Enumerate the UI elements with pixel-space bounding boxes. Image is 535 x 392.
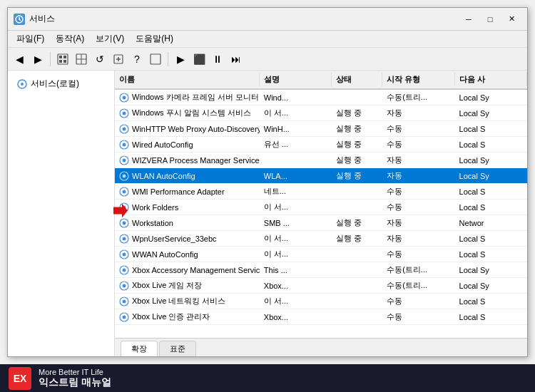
cell-next: Local S xyxy=(455,123,527,135)
col-name[interactable]: 이름 xyxy=(115,73,260,86)
play-button[interactable]: ▶ xyxy=(172,51,189,68)
table-row[interactable]: WMI Performance Adapter네트...수동Local S xyxy=(115,184,527,200)
cell-next: Local S xyxy=(455,311,527,324)
table-row[interactable]: WinHTTP Web Proxy Auto-Discovery Service… xyxy=(115,121,527,137)
col-start[interactable]: 시작 유형 xyxy=(382,73,454,86)
service-icon xyxy=(119,249,129,259)
cell-desc: SMB ... xyxy=(260,217,332,229)
table-row[interactable]: WorkstationSMB ...실행 중자동Networ xyxy=(115,215,527,231)
left-panel-label: 서비스(로컬) xyxy=(31,78,79,90)
table-row[interactable]: Xbox Live 인증 관리자Xbox...수동Local S xyxy=(115,309,527,325)
table-row[interactable]: WpnUserService_33ebc이 서...실행 중자동Local S xyxy=(115,231,527,247)
cell-next: Local S xyxy=(455,138,527,151)
cell-desc: 네트... xyxy=(260,184,332,199)
toolbar-btn-3[interactable] xyxy=(110,51,127,68)
cell-start: 수동 xyxy=(382,309,454,324)
cell-name: Windows 푸시 알림 시스템 서비스 xyxy=(115,105,260,120)
service-icon xyxy=(119,140,129,150)
svg-point-43 xyxy=(123,315,126,319)
table-row[interactable]: Xbox Accessory Management ServiceThis ..… xyxy=(115,262,527,278)
menu-item-v[interactable]: 보기(V) xyxy=(90,31,130,46)
cell-start: 수동 xyxy=(382,137,454,152)
cell-start: 자동 xyxy=(382,215,454,230)
menu-item-f[interactable]: 파일(F) xyxy=(11,31,50,46)
left-panel: 서비스(로컬) xyxy=(8,71,115,356)
col-next[interactable]: 다음 사 xyxy=(455,73,527,86)
svg-point-37 xyxy=(123,268,126,272)
svg-point-25 xyxy=(123,174,126,177)
window-title: 서비스 xyxy=(29,13,459,25)
table-row[interactable]: WIZVERA Process Manager Service실행 중자동Loc… xyxy=(115,153,527,168)
service-name: WLAN AutoConfig xyxy=(132,172,195,180)
svg-point-13 xyxy=(21,83,24,86)
cell-name: Workstation xyxy=(115,216,260,230)
minimize-button[interactable]: ─ xyxy=(459,11,479,27)
table-row[interactable]: Windows 푸시 알림 시스템 서비스이 서...실행 중자동Local S… xyxy=(115,105,527,121)
svg-point-17 xyxy=(123,111,126,115)
service-name: Xbox Live 네트워킹 서비스 xyxy=(132,296,225,306)
table-row[interactable]: WWAN AutoConfig이 서...수동Local S xyxy=(115,247,527,262)
cell-start: 자동 xyxy=(382,231,454,246)
service-name: WWAN AutoConfig xyxy=(132,250,198,259)
cell-name: Xbox Live 네트워킹 서비스 xyxy=(115,294,260,309)
menubar: 파일(F)동작(A)보기(V)도움말(H) xyxy=(8,31,527,48)
col-desc[interactable]: 설명 xyxy=(260,73,332,86)
table-row[interactable]: Windows 카메라 프레임 서버 모니터Wind...수동(트리...Loc… xyxy=(115,90,527,105)
menu-item-a[interactable]: 동작(A) xyxy=(50,31,90,46)
svg-point-33 xyxy=(123,237,126,240)
close-button[interactable]: ✕ xyxy=(501,11,521,27)
service-icon xyxy=(119,265,129,275)
toolbar-btn-4[interactable] xyxy=(147,51,164,68)
col-status[interactable]: 상태 xyxy=(332,73,382,86)
cell-status: 실행 중 xyxy=(332,137,382,152)
table-row[interactable]: Xbox Live 네트워킹 서비스이 서...수동Local S xyxy=(115,294,527,309)
service-name: Wired AutoConfig xyxy=(132,140,193,149)
table-row[interactable]: Work Folders이 서...수동Local S xyxy=(115,200,527,215)
help-button[interactable]: ? xyxy=(128,51,146,68)
service-name: Xbox Live 게임 저장 xyxy=(132,280,202,291)
tab-확장[interactable]: 확장 xyxy=(121,341,158,356)
services-local-item[interactable]: 서비스(로컬) xyxy=(14,76,108,91)
forward-button[interactable]: ▶ xyxy=(29,51,46,68)
cell-start: 수동 xyxy=(382,121,454,136)
cell-start: 수동 xyxy=(382,294,454,309)
cell-status xyxy=(332,205,382,210)
svg-rect-3 xyxy=(63,56,66,58)
table-row[interactable]: WLAN AutoConfigWLA...실행 중자동Local Sy xyxy=(115,168,527,184)
toolbar-btn-1[interactable] xyxy=(54,51,71,68)
refresh-button[interactable]: ↺ xyxy=(91,51,108,68)
cell-name: Xbox Accessory Management Service xyxy=(115,263,260,277)
table-row[interactable]: Xbox Live 게임 저장Xbox...수동(트리...Local Sy xyxy=(115,278,527,294)
cell-next: Local Sy xyxy=(455,279,527,292)
svg-point-39 xyxy=(123,284,126,287)
cell-start: 수동 xyxy=(382,200,454,215)
service-name: Work Folders xyxy=(132,203,178,212)
table-row[interactable]: Wired AutoConfig유선 ...실행 중수동Local S xyxy=(115,137,527,153)
pause-button[interactable]: ⏸ xyxy=(209,51,226,68)
toolbar-btn-2[interactable] xyxy=(73,51,90,68)
svg-point-27 xyxy=(123,190,126,193)
tab-표준[interactable]: 표준 xyxy=(159,341,196,356)
cell-next: Local Sy xyxy=(455,91,527,104)
cell-next: Local S xyxy=(455,232,527,245)
cell-start: 수동 xyxy=(382,247,454,262)
maximize-button[interactable]: □ xyxy=(480,11,500,27)
cell-desc: Xbox... xyxy=(260,279,332,292)
table-body[interactable]: Windows 카메라 프레임 서버 모니터Wind...수동(트리...Loc… xyxy=(115,90,527,338)
menu-item-h[interactable]: 도움말(H) xyxy=(130,31,179,46)
svg-point-35 xyxy=(123,252,126,256)
window-icon xyxy=(14,14,25,25)
service-name: Windows 푸시 알림 시스템 서비스 xyxy=(132,108,251,118)
restart-button[interactable]: ⏭ xyxy=(228,51,245,68)
cell-name: Xbox Live 게임 저장 xyxy=(115,278,260,293)
service-icon xyxy=(119,296,129,306)
window-controls: ─ □ ✕ xyxy=(459,11,521,27)
back-button[interactable]: ◀ xyxy=(11,51,28,68)
service-name: WMI Performance Adapter xyxy=(132,187,225,196)
cell-name: WinHTTP Web Proxy Auto-Discovery Service xyxy=(115,122,260,136)
cell-desc: This ... xyxy=(260,264,332,277)
cell-desc: 이 서... xyxy=(260,247,332,262)
stop-button[interactable]: ⬛ xyxy=(190,51,208,68)
svg-point-31 xyxy=(123,221,126,225)
table-header: 이름 설명 상태 시작 유형 다음 사 xyxy=(115,71,527,90)
